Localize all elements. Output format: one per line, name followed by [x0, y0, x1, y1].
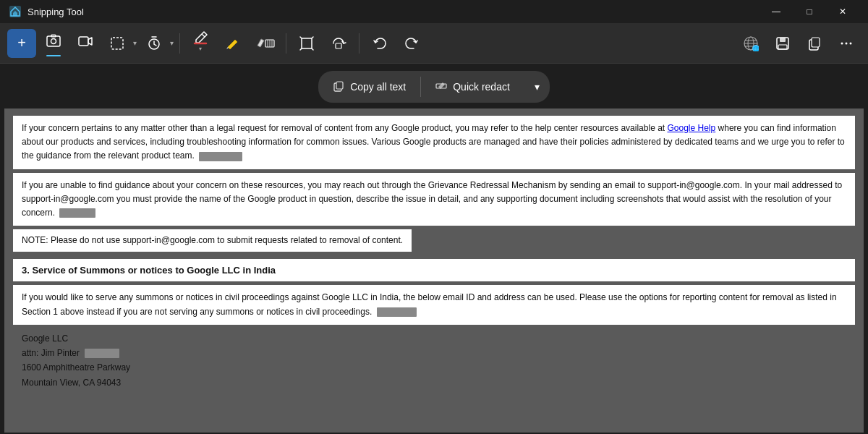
title-bar: Snipping Tool — □ ✕ — [0, 0, 868, 23]
select-dropdown[interactable]: ▾ — [103, 29, 137, 58]
timer-dropdown[interactable]: ▾ — [140, 29, 174, 58]
minimize-button[interactable]: — — [760, 0, 793, 23]
action-bar: Copy all text Quick redact ▾ — [0, 64, 868, 109]
svg-rect-21 — [780, 38, 786, 42]
crop-button[interactable] — [292, 29, 321, 58]
quick-redact-dropdown-button[interactable]: ▾ — [524, 71, 550, 103]
svg-rect-29 — [336, 82, 343, 89]
svg-rect-24 — [812, 38, 820, 47]
section-3-heading-text: 3. Service of Summons or notices to Goog… — [22, 265, 276, 276]
redo-button[interactable] — [397, 29, 426, 58]
web-capture-button[interactable]: 🌐 — [736, 29, 765, 58]
address-line-1: Google LLC — [22, 331, 846, 346]
toolbar: + ▾ — [0, 23, 868, 64]
address-line-4: Mountain View, CA 94043 — [22, 375, 846, 390]
action-bar-inner: Copy all text Quick redact ▾ — [318, 71, 550, 103]
close-button[interactable]: ✕ — [826, 0, 859, 23]
note-wrapper: NOTE: Please do not use support-in@googl… — [13, 229, 855, 255]
timer-button[interactable] — [140, 29, 169, 58]
more-button[interactable] — [832, 29, 861, 58]
redaction-3 — [377, 307, 417, 317]
section-3-heading: 3. Service of Summons or notices to Goog… — [13, 259, 855, 281]
dropdown-chevron-icon: ▾ — [535, 81, 540, 93]
new-button[interactable]: + — [7, 29, 36, 58]
quick-redact-icon — [435, 80, 447, 94]
video-button[interactable] — [71, 29, 100, 58]
copy-all-text-label: Copy all text — [350, 81, 406, 93]
content-area: If your concern pertains to any matter o… — [4, 109, 864, 433]
maximize-button[interactable]: □ — [793, 0, 826, 23]
window-title: Snipping Tool — [27, 7, 760, 17]
address-line-3: 1600 Amphitheatre Parkway — [22, 360, 846, 375]
svg-point-25 — [841, 42, 843, 44]
paragraph-1-block: If your concern pertains to any matter o… — [13, 116, 855, 169]
note-block: NOTE: Please do not use support-in@googl… — [13, 229, 412, 252]
svg-rect-5 — [111, 38, 123, 49]
timer-chevron-icon: ▾ — [170, 39, 174, 47]
undo-button[interactable] — [365, 29, 394, 58]
redaction-2 — [59, 208, 95, 218]
redaction-1 — [199, 152, 242, 161]
svg-point-27 — [850, 42, 852, 44]
note-text: NOTE: Please do not use support-in@googl… — [22, 235, 403, 245]
copy-all-text-button[interactable]: Copy all text — [318, 71, 420, 103]
window-controls: — □ ✕ — [760, 0, 859, 23]
para2-text: If you are unable to find guidance about… — [22, 180, 842, 218]
app-icon — [9, 5, 22, 18]
svg-point-2 — [51, 39, 56, 44]
svg-rect-12 — [336, 43, 341, 48]
toolbar-divider-1 — [179, 33, 180, 54]
svg-rect-1 — [47, 36, 60, 46]
svg-point-26 — [846, 42, 848, 44]
address-line-2: attn: Jim Pinter — [22, 346, 846, 360]
video-icon — [77, 33, 93, 53]
svg-text:🌐: 🌐 — [753, 46, 760, 51]
copy-clipboard-button[interactable] — [800, 29, 829, 58]
para1-text: If your concern pertains to any matter o… — [22, 123, 667, 133]
plus-icon: + — [17, 35, 26, 51]
svg-rect-4 — [79, 37, 88, 46]
pen-button[interactable]: ▾ — [186, 29, 215, 58]
screenshot-button[interactable] — [39, 29, 68, 58]
pen-dropdown-arrow: ▾ — [199, 46, 202, 52]
svg-rect-11 — [302, 38, 312, 48]
quick-redact-button[interactable]: Quick redact — [421, 71, 524, 103]
toolbar-divider-2 — [286, 33, 286, 54]
para3-text: If you would like to serve any summons o… — [22, 292, 837, 316]
highlight-button[interactable] — [218, 29, 247, 58]
toolbar-divider-3 — [359, 33, 359, 54]
address-redaction-1 — [85, 349, 119, 358]
google-help-link[interactable]: Google Help — [667, 123, 715, 133]
quick-redact-label: Quick redact — [453, 81, 510, 93]
select-button[interactable] — [103, 29, 132, 58]
copy-all-text-icon — [333, 80, 344, 94]
select-chevron-icon: ▾ — [133, 39, 137, 47]
svg-rect-22 — [778, 45, 787, 49]
screenshot-icon — [46, 33, 61, 53]
save-button[interactable] — [768, 29, 797, 58]
paragraph-2-block: If you are unable to find guidance about… — [13, 173, 855, 226]
paragraph-3-block: If you would like to serve any summons o… — [13, 285, 855, 324]
rotate-button[interactable] — [324, 29, 353, 58]
address-block: Google LLC attn: Jim Pinter 1600 Amphith… — [13, 328, 855, 393]
eraser-ruler-button[interactable] — [250, 29, 280, 58]
